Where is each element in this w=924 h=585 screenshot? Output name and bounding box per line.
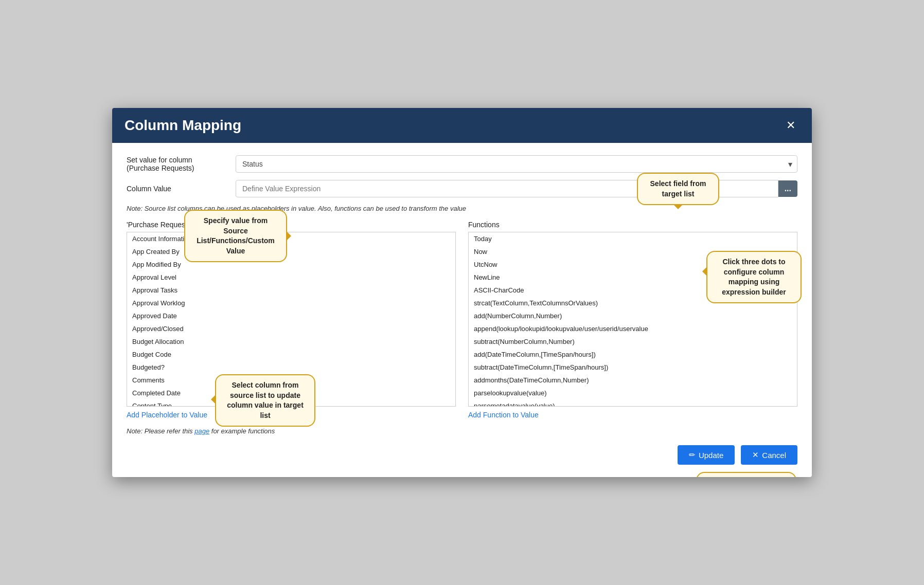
update-label: Update bbox=[699, 451, 723, 460]
update-button[interactable]: ✏ Update bbox=[678, 445, 735, 465]
functions-panel: Functions TodayNowUtcNowNewLineASCII-Cha… bbox=[468, 221, 797, 419]
functions-title: Functions bbox=[468, 221, 797, 229]
pencil-icon: ✏ bbox=[689, 450, 696, 460]
modal-body: Select field from target list Specify va… bbox=[112, 143, 812, 477]
set-value-row: Set value for column (Purchase Requests)… bbox=[127, 155, 797, 173]
callout-specify-function: Specify a function to update column valu… bbox=[696, 472, 796, 477]
list-item[interactable]: subtract(NumberColumn,Number) bbox=[469, 335, 797, 348]
list-item[interactable]: subtract(DateTimeColumn,[TimeSpan/hours]… bbox=[469, 361, 797, 374]
list-item[interactable]: App Modified By bbox=[127, 258, 455, 271]
callout-select-field: Select field from target list bbox=[637, 173, 719, 205]
list-item[interactable]: Approval Level bbox=[127, 271, 455, 284]
list-item[interactable]: addmonths(DateTimeColumn,Number) bbox=[469, 374, 797, 387]
bottom-note-after: for example functions bbox=[209, 427, 275, 435]
set-value-label: Set value for column (Purchase Requests) bbox=[127, 156, 229, 172]
add-function-link[interactable]: Add Function to Value bbox=[468, 411, 797, 419]
bottom-note-link[interactable]: page bbox=[194, 427, 209, 435]
x-icon: ✕ bbox=[752, 450, 759, 460]
list-item[interactable]: append(lookup/lookupid/lookupvalue/user/… bbox=[469, 322, 797, 335]
modal-title: Column Mapping bbox=[125, 117, 241, 134]
list-item[interactable]: Budget Code bbox=[127, 348, 455, 361]
status-field-wrapper: Status ▾ bbox=[236, 155, 797, 173]
bottom-note: Note: Please refer this page for example… bbox=[127, 427, 797, 435]
list-item[interactable]: Approval Worklog bbox=[127, 297, 455, 309]
list-item[interactable]: Approved Date bbox=[127, 309, 455, 322]
list-item[interactable]: Budget Allocation bbox=[127, 335, 455, 348]
column-mapping-modal: Column Mapping ✕ Select field from targe… bbox=[112, 108, 812, 477]
list-item[interactable]: Today bbox=[469, 232, 797, 245]
list-item[interactable]: add(DateTimeColumn,[TimeSpan/hours]) bbox=[469, 348, 797, 361]
column-value-label: Column Value bbox=[127, 185, 229, 193]
bottom-note-before: Note: Please refer this bbox=[127, 427, 194, 435]
callout-source-value: Specify value from Source List/Functions… bbox=[184, 210, 287, 262]
status-select[interactable]: Status bbox=[236, 155, 797, 173]
list-item[interactable]: parsemetadatavalue(value) bbox=[469, 399, 797, 407]
source-columns-title: 'Purchase Requests' Columns bbox=[127, 221, 456, 229]
list-item[interactable]: Approved/Closed bbox=[127, 322, 455, 335]
list-item[interactable]: App Created By bbox=[127, 245, 455, 258]
list-item[interactable]: add(NumberColumn,Number) bbox=[469, 309, 797, 322]
callout-three-dots: Click three dots to configure column map… bbox=[706, 251, 802, 303]
cancel-button[interactable]: ✕ Cancel bbox=[741, 445, 797, 465]
list-item[interactable]: Budgeted? bbox=[127, 361, 455, 374]
cancel-label: Cancel bbox=[762, 451, 786, 460]
callout-select-col: Select column from source list to update… bbox=[215, 374, 315, 427]
modal-header: Column Mapping ✕ bbox=[112, 108, 812, 143]
close-button[interactable]: ✕ bbox=[782, 118, 799, 133]
expression-builder-button[interactable]: ... bbox=[778, 180, 797, 197]
footer-buttons: ✏ Update ✕ Cancel bbox=[127, 445, 797, 465]
list-item[interactable]: Approval Tasks bbox=[127, 284, 455, 297]
list-item[interactable]: parselookupvalue(value) bbox=[469, 387, 797, 399]
